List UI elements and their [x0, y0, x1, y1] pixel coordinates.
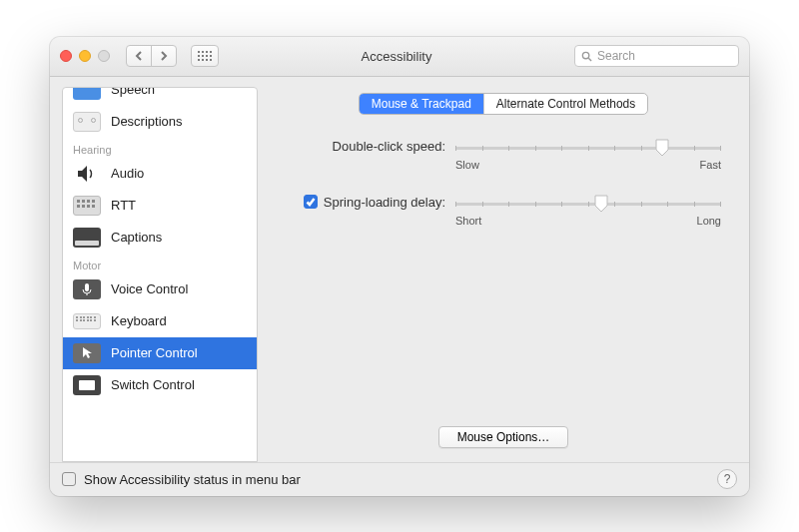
nav-buttons [126, 45, 177, 67]
sidebar-item-label: Descriptions [111, 114, 183, 129]
sidebar-item-label: Captions [111, 230, 162, 245]
spring-loading-label: Spring-loading delay: [324, 195, 445, 210]
captions-icon [73, 227, 101, 249]
help-button[interactable]: ? [717, 469, 737, 489]
svg-point-0 [582, 52, 588, 58]
accessibility-prefs-window: Accessibility Search Speech Descriptions [50, 37, 749, 496]
speech-icon [73, 88, 101, 101]
titlebar: Accessibility Search [50, 37, 749, 77]
sidebar-item-speech[interactable]: Speech [63, 88, 257, 106]
sidebar-section-motor: Motor [63, 254, 257, 273]
back-button[interactable] [126, 45, 152, 67]
slider-min-label: Short [455, 215, 481, 227]
sidebar-item-label: Voice Control [111, 281, 188, 296]
sidebar-item-switch-control[interactable]: Switch Control [63, 369, 257, 401]
mouse-options-button[interactable]: Mouse Options… [438, 426, 569, 448]
show-all-button[interactable] [191, 45, 219, 67]
forward-button[interactable] [151, 45, 177, 67]
tab-alternate-methods[interactable]: Alternate Control Methods [484, 94, 647, 114]
traffic-lights [60, 50, 110, 62]
descriptions-icon [73, 111, 101, 133]
audio-icon [73, 163, 101, 185]
sidebar-section-hearing: Hearing [63, 138, 257, 158]
svg-line-1 [588, 58, 591, 61]
tab-mouse-trackpad[interactable]: Mouse & Trackpad [360, 94, 484, 114]
search-placeholder: Search [597, 49, 635, 63]
sidebar-item-label: Speech [111, 88, 155, 98]
sidebar-item-label: Audio [111, 166, 144, 181]
show-status-checkbox[interactable] [62, 472, 76, 486]
footer: Show Accessibility status in menu bar ? [50, 462, 749, 496]
keyboard-icon [73, 310, 101, 332]
grid-icon [198, 51, 212, 61]
sidebar-item-keyboard[interactable]: Keyboard [63, 305, 257, 337]
zoom-window-button[interactable] [98, 50, 110, 62]
close-window-button[interactable] [60, 50, 72, 62]
sidebar-item-descriptions[interactable]: Descriptions [63, 106, 257, 138]
voice-control-icon [73, 278, 101, 300]
double-click-speed-row: Double-click speed: Slow [286, 139, 721, 171]
pointer-control-icon [73, 342, 101, 364]
sidebar-item-label: Switch Control [111, 377, 195, 392]
minimize-window-button[interactable] [79, 50, 91, 62]
double-click-speed-label: Double-click speed: [333, 139, 445, 154]
sidebar-item-label: RTT [111, 198, 136, 213]
search-field[interactable]: Search [574, 45, 739, 67]
spring-loading-row: Spring-loading delay: Shor [286, 195, 721, 227]
slider-max-label: Long [697, 215, 721, 227]
sidebar-item-label: Pointer Control [111, 345, 198, 360]
show-status-label: Show Accessibility status in menu bar [84, 472, 301, 487]
slider-thumb[interactable] [655, 139, 669, 157]
slider-thumb[interactable] [594, 195, 608, 213]
sidebar-item-rtt[interactable]: RTT [63, 190, 257, 222]
chevron-left-icon [135, 51, 143, 61]
chevron-right-icon [160, 51, 168, 61]
sidebar-item-captions[interactable]: Captions [63, 222, 257, 254]
sidebar: Speech Descriptions Hearing Audio RTT [62, 87, 258, 462]
content-pane: Mouse & Trackpad Alternate Control Metho… [270, 87, 737, 462]
rtt-icon [73, 195, 101, 217]
slider-min-label: Slow [455, 159, 479, 171]
sidebar-item-label: Keyboard [111, 313, 167, 328]
window-title: Accessibility [227, 49, 566, 64]
search-icon [581, 51, 592, 62]
spring-loading-slider[interactable] [455, 195, 721, 213]
sidebar-item-pointer-control[interactable]: Pointer Control [63, 337, 257, 369]
spring-loading-checkbox[interactable] [304, 195, 318, 209]
slider-max-label: Fast [700, 159, 721, 171]
double-click-speed-slider[interactable] [455, 139, 721, 157]
tab-group: Mouse & Trackpad Alternate Control Metho… [359, 93, 648, 115]
sidebar-item-audio[interactable]: Audio [63, 158, 257, 190]
sidebar-item-voice-control[interactable]: Voice Control [63, 273, 257, 305]
switch-control-icon [73, 374, 101, 396]
svg-rect-2 [85, 283, 89, 291]
check-icon [306, 197, 316, 207]
